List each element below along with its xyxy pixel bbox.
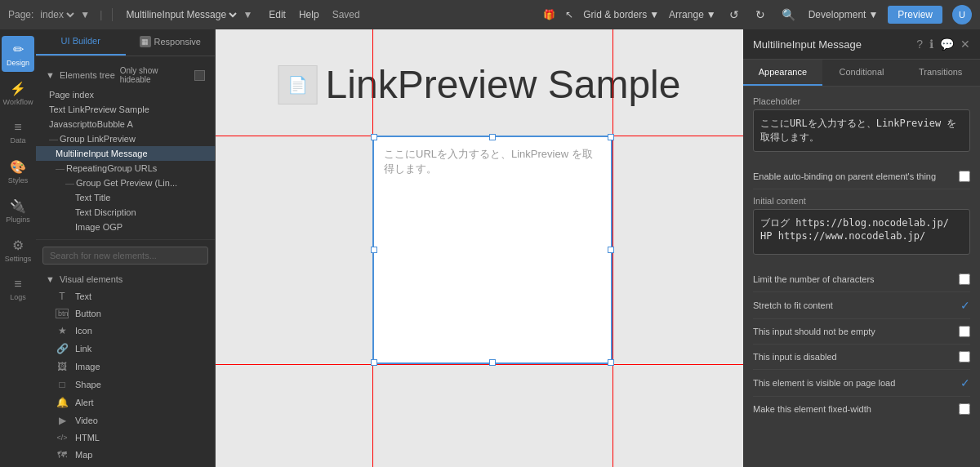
user-avatar[interactable]: U xyxy=(952,5,972,24)
message-dropdown[interactable]: MultilineInput Message xyxy=(122,8,239,21)
redo-button[interactable]: ↻ xyxy=(752,7,768,23)
message-selector[interactable]: MultilineInput Message ▼ xyxy=(112,8,252,21)
message-dropdown-arrow: ▼ xyxy=(243,9,252,20)
grid-borders-btn[interactable]: Grid & borders ▼ xyxy=(583,9,659,20)
page-selector[interactable]: Page: index ▼ xyxy=(8,8,90,21)
top-bar: Page: index ▼ | MultilineInput Message ▼… xyxy=(0,0,980,29)
cursor-icon-btn[interactable]: ↖ xyxy=(565,9,573,20)
page-dropdown[interactable]: index xyxy=(37,8,77,21)
separator-1: | xyxy=(100,9,102,20)
development-btn[interactable]: Development ▼ xyxy=(808,9,879,20)
undo-button[interactable]: ↺ xyxy=(726,7,742,23)
page-dropdown-arrow: ▼ xyxy=(80,9,90,20)
help-button[interactable]: Help xyxy=(299,9,319,20)
top-actions: Edit Help Saved xyxy=(269,9,359,20)
gift-icon-btn[interactable]: 🎁 xyxy=(543,9,555,20)
arrange-btn[interactable]: Arrange ▼ xyxy=(669,9,716,20)
top-bar-right: 🎁 ↖ Grid & borders ▼ Arrange ▼ ↺ ↻ 🔍 Dev… xyxy=(543,5,972,24)
preview-button[interactable]: Preview xyxy=(888,6,942,24)
edit-button[interactable]: Edit xyxy=(269,9,286,20)
search-button[interactable]: 🔍 xyxy=(778,7,799,23)
saved-status: Saved xyxy=(332,9,360,20)
page-label: Page: xyxy=(8,9,33,20)
